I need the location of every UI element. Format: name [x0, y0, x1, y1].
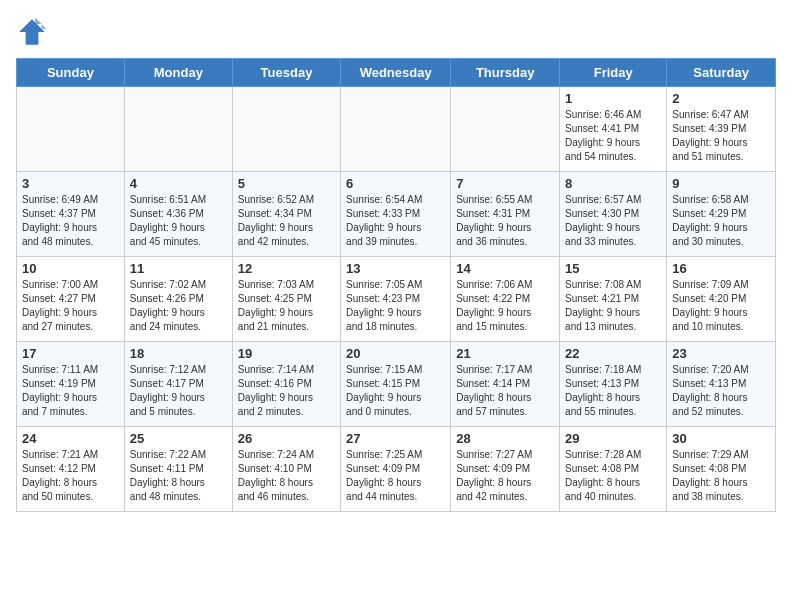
- day-number: 1: [565, 91, 661, 106]
- day-number: 8: [565, 176, 661, 191]
- calendar-cell: 25Sunrise: 7:22 AM Sunset: 4:11 PM Dayli…: [124, 427, 232, 512]
- calendar-cell: 24Sunrise: 7:21 AM Sunset: 4:12 PM Dayli…: [17, 427, 125, 512]
- day-number: 6: [346, 176, 445, 191]
- day-info: Sunrise: 6:46 AM Sunset: 4:41 PM Dayligh…: [565, 108, 661, 164]
- calendar-week-row: 10Sunrise: 7:00 AM Sunset: 4:27 PM Dayli…: [17, 257, 776, 342]
- calendar-cell: 17Sunrise: 7:11 AM Sunset: 4:19 PM Dayli…: [17, 342, 125, 427]
- calendar-cell: 1Sunrise: 6:46 AM Sunset: 4:41 PM Daylig…: [560, 87, 667, 172]
- calendar-cell: 7Sunrise: 6:55 AM Sunset: 4:31 PM Daylig…: [451, 172, 560, 257]
- calendar-cell: [232, 87, 340, 172]
- day-number: 30: [672, 431, 770, 446]
- calendar-cell: 15Sunrise: 7:08 AM Sunset: 4:21 PM Dayli…: [560, 257, 667, 342]
- calendar-cell: 11Sunrise: 7:02 AM Sunset: 4:26 PM Dayli…: [124, 257, 232, 342]
- calendar-cell: 30Sunrise: 7:29 AM Sunset: 4:08 PM Dayli…: [667, 427, 776, 512]
- day-info: Sunrise: 7:25 AM Sunset: 4:09 PM Dayligh…: [346, 448, 445, 504]
- logo-icon: [16, 16, 48, 48]
- calendar-week-row: 3Sunrise: 6:49 AM Sunset: 4:37 PM Daylig…: [17, 172, 776, 257]
- day-info: Sunrise: 7:02 AM Sunset: 4:26 PM Dayligh…: [130, 278, 227, 334]
- weekday-header: Thursday: [451, 59, 560, 87]
- calendar-cell: [341, 87, 451, 172]
- day-number: 21: [456, 346, 554, 361]
- calendar-cell: 19Sunrise: 7:14 AM Sunset: 4:16 PM Dayli…: [232, 342, 340, 427]
- day-number: 7: [456, 176, 554, 191]
- day-number: 18: [130, 346, 227, 361]
- day-number: 27: [346, 431, 445, 446]
- day-info: Sunrise: 7:05 AM Sunset: 4:23 PM Dayligh…: [346, 278, 445, 334]
- svg-marker-0: [19, 19, 45, 45]
- calendar-cell: 9Sunrise: 6:58 AM Sunset: 4:29 PM Daylig…: [667, 172, 776, 257]
- calendar-cell: 4Sunrise: 6:51 AM Sunset: 4:36 PM Daylig…: [124, 172, 232, 257]
- day-info: Sunrise: 7:15 AM Sunset: 4:15 PM Dayligh…: [346, 363, 445, 419]
- day-number: 4: [130, 176, 227, 191]
- day-number: 17: [22, 346, 119, 361]
- calendar-week-row: 1Sunrise: 6:46 AM Sunset: 4:41 PM Daylig…: [17, 87, 776, 172]
- calendar-cell: [17, 87, 125, 172]
- calendar-cell: 8Sunrise: 6:57 AM Sunset: 4:30 PM Daylig…: [560, 172, 667, 257]
- day-info: Sunrise: 7:12 AM Sunset: 4:17 PM Dayligh…: [130, 363, 227, 419]
- day-info: Sunrise: 6:52 AM Sunset: 4:34 PM Dayligh…: [238, 193, 335, 249]
- weekday-header: Tuesday: [232, 59, 340, 87]
- calendar-cell: [451, 87, 560, 172]
- day-info: Sunrise: 7:14 AM Sunset: 4:16 PM Dayligh…: [238, 363, 335, 419]
- calendar-cell: 27Sunrise: 7:25 AM Sunset: 4:09 PM Dayli…: [341, 427, 451, 512]
- calendar-cell: 18Sunrise: 7:12 AM Sunset: 4:17 PM Dayli…: [124, 342, 232, 427]
- day-info: Sunrise: 7:11 AM Sunset: 4:19 PM Dayligh…: [22, 363, 119, 419]
- day-number: 5: [238, 176, 335, 191]
- day-number: 19: [238, 346, 335, 361]
- day-info: Sunrise: 6:49 AM Sunset: 4:37 PM Dayligh…: [22, 193, 119, 249]
- day-number: 16: [672, 261, 770, 276]
- day-info: Sunrise: 6:58 AM Sunset: 4:29 PM Dayligh…: [672, 193, 770, 249]
- calendar-cell: 29Sunrise: 7:28 AM Sunset: 4:08 PM Dayli…: [560, 427, 667, 512]
- calendar-cell: 22Sunrise: 7:18 AM Sunset: 4:13 PM Dayli…: [560, 342, 667, 427]
- weekday-header: Sunday: [17, 59, 125, 87]
- calendar-cell: 5Sunrise: 6:52 AM Sunset: 4:34 PM Daylig…: [232, 172, 340, 257]
- day-number: 26: [238, 431, 335, 446]
- day-info: Sunrise: 7:03 AM Sunset: 4:25 PM Dayligh…: [238, 278, 335, 334]
- day-info: Sunrise: 7:18 AM Sunset: 4:13 PM Dayligh…: [565, 363, 661, 419]
- day-info: Sunrise: 7:20 AM Sunset: 4:13 PM Dayligh…: [672, 363, 770, 419]
- calendar-cell: 20Sunrise: 7:15 AM Sunset: 4:15 PM Dayli…: [341, 342, 451, 427]
- day-number: 25: [130, 431, 227, 446]
- day-number: 23: [672, 346, 770, 361]
- day-number: 12: [238, 261, 335, 276]
- weekday-header: Monday: [124, 59, 232, 87]
- calendar-header-row: SundayMondayTuesdayWednesdayThursdayFrid…: [17, 59, 776, 87]
- calendar-cell: 2Sunrise: 6:47 AM Sunset: 4:39 PM Daylig…: [667, 87, 776, 172]
- day-info: Sunrise: 6:51 AM Sunset: 4:36 PM Dayligh…: [130, 193, 227, 249]
- day-info: Sunrise: 7:22 AM Sunset: 4:11 PM Dayligh…: [130, 448, 227, 504]
- calendar-cell: 13Sunrise: 7:05 AM Sunset: 4:23 PM Dayli…: [341, 257, 451, 342]
- day-info: Sunrise: 7:08 AM Sunset: 4:21 PM Dayligh…: [565, 278, 661, 334]
- day-number: 14: [456, 261, 554, 276]
- day-info: Sunrise: 7:28 AM Sunset: 4:08 PM Dayligh…: [565, 448, 661, 504]
- calendar-cell: 21Sunrise: 7:17 AM Sunset: 4:14 PM Dayli…: [451, 342, 560, 427]
- day-number: 24: [22, 431, 119, 446]
- day-number: 28: [456, 431, 554, 446]
- day-number: 9: [672, 176, 770, 191]
- day-number: 13: [346, 261, 445, 276]
- day-info: Sunrise: 6:54 AM Sunset: 4:33 PM Dayligh…: [346, 193, 445, 249]
- calendar-cell: 28Sunrise: 7:27 AM Sunset: 4:09 PM Dayli…: [451, 427, 560, 512]
- day-number: 11: [130, 261, 227, 276]
- day-info: Sunrise: 6:47 AM Sunset: 4:39 PM Dayligh…: [672, 108, 770, 164]
- day-number: 29: [565, 431, 661, 446]
- calendar-cell: 14Sunrise: 7:06 AM Sunset: 4:22 PM Dayli…: [451, 257, 560, 342]
- calendar-table: SundayMondayTuesdayWednesdayThursdayFrid…: [16, 58, 776, 512]
- calendar-week-row: 17Sunrise: 7:11 AM Sunset: 4:19 PM Dayli…: [17, 342, 776, 427]
- day-number: 2: [672, 91, 770, 106]
- day-info: Sunrise: 7:09 AM Sunset: 4:20 PM Dayligh…: [672, 278, 770, 334]
- day-number: 22: [565, 346, 661, 361]
- day-number: 3: [22, 176, 119, 191]
- day-info: Sunrise: 6:55 AM Sunset: 4:31 PM Dayligh…: [456, 193, 554, 249]
- day-info: Sunrise: 7:27 AM Sunset: 4:09 PM Dayligh…: [456, 448, 554, 504]
- calendar-week-row: 24Sunrise: 7:21 AM Sunset: 4:12 PM Dayli…: [17, 427, 776, 512]
- weekday-header: Saturday: [667, 59, 776, 87]
- logo: [16, 16, 52, 48]
- calendar-cell: 12Sunrise: 7:03 AM Sunset: 4:25 PM Dayli…: [232, 257, 340, 342]
- weekday-header: Friday: [560, 59, 667, 87]
- day-number: 20: [346, 346, 445, 361]
- weekday-header: Wednesday: [341, 59, 451, 87]
- day-info: Sunrise: 7:24 AM Sunset: 4:10 PM Dayligh…: [238, 448, 335, 504]
- day-number: 15: [565, 261, 661, 276]
- day-info: Sunrise: 7:29 AM Sunset: 4:08 PM Dayligh…: [672, 448, 770, 504]
- calendar-cell: 16Sunrise: 7:09 AM Sunset: 4:20 PM Dayli…: [667, 257, 776, 342]
